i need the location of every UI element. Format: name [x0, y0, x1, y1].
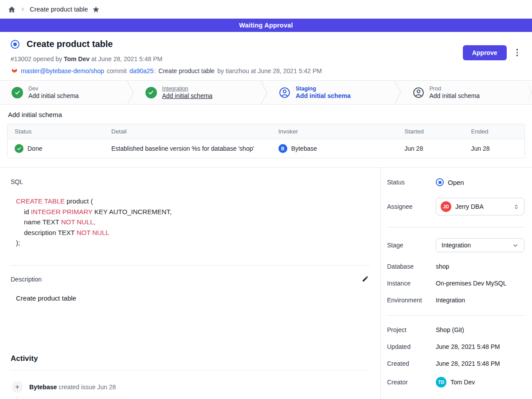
issue-author: Tom Dev: [64, 55, 90, 63]
column-header-status: Status: [8, 124, 104, 139]
vcs-commit-meta: by tianzhou at June 28, 2021 5:42 PM: [217, 67, 322, 74]
project-value: Shop (Git): [436, 326, 464, 333]
assignee-label: Assignee: [387, 203, 436, 210]
stage-env-label: Integration: [162, 86, 213, 92]
breadcrumb-title[interactable]: Create product table: [30, 6, 88, 13]
vcs-commit-row: master@bytebase-demo/shop commit da90a25…: [11, 66, 322, 75]
stage-staging[interactable]: Staging Add initial schema: [267, 81, 394, 104]
stage-label: Stage: [387, 242, 436, 249]
stage-task-label: Add initial schema: [430, 92, 480, 99]
open-circle-dot-icon: [436, 178, 444, 186]
issue-opened-time: at June 28, 2021 5:48 PM: [91, 55, 162, 63]
assignee-avatar: JD: [441, 201, 451, 212]
sql-statement: CREATE TABLE product (id INTEGER PRIMARY…: [16, 196, 370, 248]
status-text: Open: [448, 179, 464, 186]
sql-text: );: [16, 239, 20, 246]
bytebase-avatar: B: [278, 144, 287, 153]
stage-env-label: Dev: [28, 86, 79, 92]
column-header-detail: Detail: [104, 124, 271, 139]
vcs-commit-hash-link[interactable]: da90a25: [129, 67, 154, 74]
stage-dev[interactable]: Dev Add initial schema: [0, 81, 127, 104]
activity-heading: Activity: [11, 354, 370, 363]
status-label: Status: [387, 179, 436, 186]
star-icon[interactable]: [92, 6, 100, 13]
column-header-started: Started: [397, 124, 464, 139]
column-header-invoker: Invoker: [271, 124, 398, 139]
task-ended: Jun 28: [464, 139, 524, 158]
task-status-text: Done: [27, 145, 42, 152]
issue-sidebar: Status Open Assignee JD Jerry DBA Stage …: [380, 168, 532, 399]
home-icon[interactable]: [8, 6, 16, 13]
task-table: Status Detail Invoker Started Ended Done…: [7, 124, 525, 158]
approve-button[interactable]: Approve: [463, 45, 507, 60]
stage-prod[interactable]: Prod Add initial schema: [401, 81, 528, 104]
stage-separator: [127, 81, 134, 105]
task-table-row[interactable]: Done Established baseline version %s for…: [8, 139, 524, 158]
assignee-value: Jerry DBA: [455, 203, 509, 210]
task-section: Add initial schema Status Detail Invoker…: [0, 105, 532, 167]
environment-label: Environment: [387, 297, 436, 304]
creator-value: TD Tom Dev: [436, 377, 475, 387]
kebab-menu-icon[interactable]: [515, 45, 520, 60]
chevron-down-icon: [512, 242, 519, 249]
task-invoker: Bytebase: [291, 145, 317, 152]
updated-label: Updated: [387, 343, 436, 350]
banner-text: Waiting Approval: [239, 22, 293, 29]
stage-env-label: Prod: [430, 86, 480, 92]
stage-task-label: Add initial schema: [28, 92, 79, 99]
vcs-branch-link[interactable]: master@bytebase-demo/shop: [21, 67, 104, 74]
check-circle-icon: [12, 87, 23, 98]
up-down-chevron-icon: [513, 203, 520, 210]
section-divider: [11, 265, 370, 266]
issue-meta: #13002 opened by Tom Dev at June 28, 202…: [11, 55, 322, 63]
activity-item: + Bytebase created issue Jun 28: [11, 381, 370, 393]
sql-text: name TEXT: [24, 218, 61, 226]
column-header-ended: Ended: [464, 124, 524, 139]
stage-env-label: Staging: [296, 86, 351, 92]
issue-header: Create product table #13002 opened by To…: [0, 32, 532, 80]
check-circle-icon: [15, 144, 23, 153]
approval-banner: Waiting Approval: [0, 19, 532, 32]
vcs-commit-message: Create product table: [158, 67, 215, 74]
database-value: shop: [436, 263, 449, 270]
stage-integration[interactable]: Integration Add initial schema: [134, 81, 261, 104]
activity-divider: [11, 370, 370, 371]
status-value: Open: [436, 178, 464, 186]
sidebar-divider: [387, 315, 525, 316]
description-content: Create product table: [16, 294, 370, 302]
stage-select[interactable]: Integration: [436, 238, 524, 252]
gitlab-icon: [11, 66, 18, 75]
user-circle-icon: [279, 87, 290, 98]
pipeline-stage-bar: Dev Add initial schema Integration Add i…: [0, 80, 532, 105]
task-section-heading: Add initial schema: [7, 111, 525, 118]
stage-task-label: Add initial schema: [162, 92, 213, 99]
check-circle-icon: [145, 87, 157, 98]
stage-separator: [528, 81, 532, 105]
sql-keyword: NOT NULL,: [61, 218, 96, 226]
breadcrumb: Create product table: [0, 0, 532, 19]
updated-value: June 28, 2021 5:48 PM: [436, 343, 500, 350]
stage-value: Integration: [442, 242, 508, 249]
issue-status-open-icon: [11, 40, 20, 49]
assignee-select[interactable]: JD Jerry DBA: [436, 198, 524, 215]
user-circle-icon: [413, 87, 424, 98]
stage-task-label: Add initial schema: [296, 92, 351, 99]
stage-separator: [394, 81, 401, 105]
environment-value: Integration: [436, 297, 465, 304]
task-table-header-row: Status Detail Invoker Started Ended: [8, 124, 524, 139]
task-detail: Established baseline version %s for data…: [104, 139, 271, 158]
activity-timeline-line: [17, 396, 18, 399]
sql-text: description TEXT: [24, 229, 77, 236]
creator-avatar: TD: [436, 377, 446, 387]
creator-name: Tom Dev: [450, 379, 475, 386]
pencil-icon[interactable]: [361, 274, 370, 285]
sql-text: product (: [65, 197, 93, 205]
sql-text: id: [24, 208, 31, 215]
project-label: Project: [387, 326, 436, 333]
sql-text: KEY AUTO_INCREMENT,: [92, 208, 172, 215]
sql-section-label: SQL: [11, 178, 370, 185]
creator-label: Creator: [387, 379, 436, 386]
sql-keyword: INTEGER PRIMARY: [31, 208, 93, 215]
issue-detail-panel: SQL CREATE TABLE product (id INTEGER PRI…: [0, 168, 380, 399]
instance-value: On-premises Dev MySQL: [436, 280, 506, 287]
